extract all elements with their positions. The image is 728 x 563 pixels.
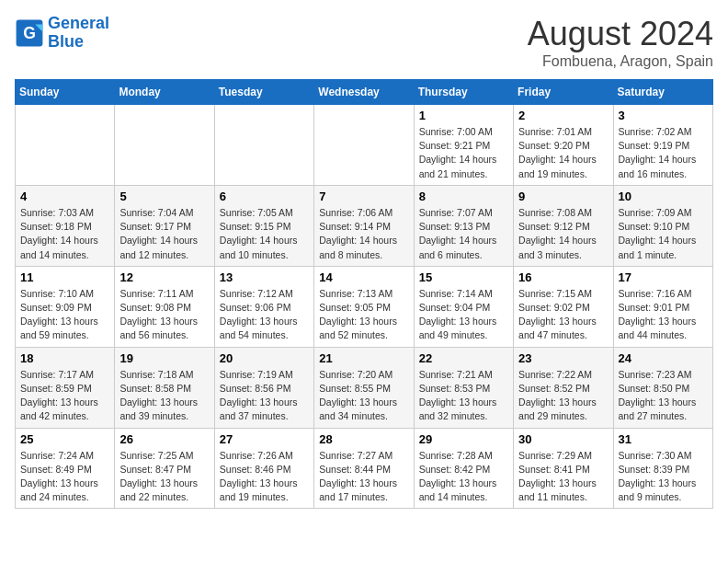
day-info: Sunrise: 7:30 AMSunset: 8:39 PMDaylight:…	[619, 449, 708, 505]
day-number: 19	[119, 351, 209, 365]
day-number: 14	[319, 270, 408, 284]
calendar-cell: 2Sunrise: 7:01 AMSunset: 9:20 PMDaylight…	[514, 105, 613, 186]
day-info: Sunrise: 7:00 AMSunset: 9:21 PMDaylight:…	[419, 125, 508, 181]
day-info: Sunrise: 7:03 AMSunset: 9:18 PMDaylight:…	[20, 206, 109, 262]
calendar-cell: 9Sunrise: 7:08 AMSunset: 9:12 PMDaylight…	[514, 185, 613, 266]
day-number: 21	[319, 351, 408, 365]
day-number: 23	[518, 351, 608, 365]
day-number: 9	[518, 190, 608, 203]
day-info: Sunrise: 7:11 AMSunset: 9:08 PMDaylight:…	[119, 287, 209, 343]
calendar-cell: 12Sunrise: 7:11 AMSunset: 9:08 PMDayligh…	[115, 266, 214, 347]
day-number: 11	[20, 270, 109, 284]
calendar-cell: 6Sunrise: 7:05 AMSunset: 9:15 PMDaylight…	[214, 185, 313, 266]
day-number: 25	[20, 432, 109, 446]
day-number: 6	[220, 190, 309, 203]
day-info: Sunrise: 7:05 AMSunset: 9:15 PMDaylight:…	[220, 206, 309, 262]
day-number: 5	[119, 190, 209, 203]
day-info: Sunrise: 7:12 AMSunset: 9:06 PMDaylight:…	[220, 287, 309, 343]
day-number: 7	[319, 190, 408, 203]
day-info: Sunrise: 7:29 AMSunset: 8:41 PMDaylight:…	[518, 449, 608, 505]
calendar-cell: 21Sunrise: 7:20 AMSunset: 8:55 PMDayligh…	[314, 347, 414, 428]
calendar-cell: 1Sunrise: 7:00 AMSunset: 9:21 PMDaylight…	[414, 105, 513, 186]
calendar-cell: 11Sunrise: 7:10 AMSunset: 9:09 PMDayligh…	[16, 266, 115, 347]
day-number: 16	[518, 270, 608, 284]
header-day-saturday: Saturday	[613, 80, 712, 105]
day-info: Sunrise: 7:14 AMSunset: 9:04 PMDaylight:…	[419, 287, 508, 343]
calendar-cell: 29Sunrise: 7:28 AMSunset: 8:42 PMDayligh…	[414, 428, 513, 509]
header-day-friday: Friday	[514, 80, 613, 105]
header-day-sunday: Sunday	[16, 80, 115, 105]
calendar-cell: 8Sunrise: 7:07 AMSunset: 9:13 PMDaylight…	[414, 185, 513, 266]
day-number: 22	[419, 351, 508, 365]
day-number: 20	[220, 351, 309, 365]
calendar-header: SundayMondayTuesdayWednesdayThursdayFrid…	[16, 80, 713, 105]
day-info: Sunrise: 7:16 AMSunset: 9:01 PMDaylight:…	[619, 287, 708, 343]
day-number: 17	[619, 270, 708, 284]
header-day-tuesday: Tuesday	[214, 80, 313, 105]
calendar-cell	[314, 105, 414, 186]
calendar-cell: 30Sunrise: 7:29 AMSunset: 8:41 PMDayligh…	[514, 428, 613, 509]
day-info: Sunrise: 7:27 AMSunset: 8:44 PMDaylight:…	[319, 449, 408, 505]
day-info: Sunrise: 7:04 AMSunset: 9:17 PMDaylight:…	[119, 206, 209, 262]
title-block: August 2024 Fombuena, Aragon, Spain	[528, 15, 713, 70]
day-number: 26	[119, 432, 209, 446]
day-number: 30	[518, 432, 608, 446]
day-info: Sunrise: 7:09 AMSunset: 9:10 PMDaylight:…	[619, 206, 708, 262]
header-day-thursday: Thursday	[414, 80, 513, 105]
day-info: Sunrise: 7:22 AMSunset: 8:52 PMDaylight:…	[518, 368, 608, 424]
day-number: 2	[518, 109, 608, 122]
calendar-cell	[16, 105, 115, 186]
day-info: Sunrise: 7:02 AMSunset: 9:19 PMDaylight:…	[619, 125, 708, 181]
day-number: 24	[619, 351, 708, 365]
calendar-week-2: 4Sunrise: 7:03 AMSunset: 9:18 PMDaylight…	[16, 185, 713, 266]
calendar-cell: 17Sunrise: 7:16 AMSunset: 9:01 PMDayligh…	[613, 266, 712, 347]
day-info: Sunrise: 7:25 AMSunset: 8:47 PMDaylight:…	[119, 449, 209, 505]
calendar-cell	[115, 105, 214, 186]
calendar-cell: 18Sunrise: 7:17 AMSunset: 8:59 PMDayligh…	[16, 347, 115, 428]
day-number: 13	[220, 270, 309, 284]
day-number: 4	[20, 190, 109, 203]
logo: G General Blue	[15, 15, 109, 52]
calendar-cell: 25Sunrise: 7:24 AMSunset: 8:49 PMDayligh…	[16, 428, 115, 509]
header-day-monday: Monday	[115, 80, 214, 105]
calendar-cell: 24Sunrise: 7:23 AMSunset: 8:50 PMDayligh…	[613, 347, 712, 428]
calendar-week-5: 25Sunrise: 7:24 AMSunset: 8:49 PMDayligh…	[16, 428, 713, 509]
day-number: 10	[619, 190, 708, 203]
calendar-cell: 16Sunrise: 7:15 AMSunset: 9:02 PMDayligh…	[514, 266, 613, 347]
calendar-cell: 22Sunrise: 7:21 AMSunset: 8:53 PMDayligh…	[414, 347, 513, 428]
day-number: 12	[119, 270, 209, 284]
logo-icon: G	[15, 18, 44, 48]
page-title: August 2024	[528, 15, 713, 53]
calendar-cell: 31Sunrise: 7:30 AMSunset: 8:39 PMDayligh…	[613, 428, 712, 509]
day-info: Sunrise: 7:08 AMSunset: 9:12 PMDaylight:…	[518, 206, 608, 262]
calendar-week-4: 18Sunrise: 7:17 AMSunset: 8:59 PMDayligh…	[16, 347, 713, 428]
page-subtitle: Fombuena, Aragon, Spain	[528, 53, 713, 70]
day-info: Sunrise: 7:01 AMSunset: 9:20 PMDaylight:…	[518, 125, 608, 181]
day-number: 15	[419, 270, 508, 284]
day-number: 27	[220, 432, 309, 446]
day-info: Sunrise: 7:23 AMSunset: 8:50 PMDaylight:…	[619, 368, 708, 424]
day-number: 31	[619, 432, 708, 446]
day-number: 3	[619, 109, 708, 122]
calendar-table: SundayMondayTuesdayWednesdayThursdayFrid…	[15, 79, 713, 509]
day-info: Sunrise: 7:20 AMSunset: 8:55 PMDaylight:…	[319, 368, 408, 424]
calendar-cell: 20Sunrise: 7:19 AMSunset: 8:56 PMDayligh…	[214, 347, 313, 428]
day-info: Sunrise: 7:15 AMSunset: 9:02 PMDaylight:…	[518, 287, 608, 343]
day-number: 1	[419, 109, 508, 122]
logo-text: General Blue	[48, 15, 109, 52]
day-info: Sunrise: 7:24 AMSunset: 8:49 PMDaylight:…	[20, 449, 109, 505]
calendar-cell: 27Sunrise: 7:26 AMSunset: 8:46 PMDayligh…	[214, 428, 313, 509]
calendar-cell: 19Sunrise: 7:18 AMSunset: 8:58 PMDayligh…	[115, 347, 214, 428]
day-number: 29	[419, 432, 508, 446]
calendar-cell: 10Sunrise: 7:09 AMSunset: 9:10 PMDayligh…	[613, 185, 712, 266]
day-number: 18	[20, 351, 109, 365]
header-day-wednesday: Wednesday	[314, 80, 414, 105]
day-info: Sunrise: 7:13 AMSunset: 9:05 PMDaylight:…	[319, 287, 408, 343]
day-info: Sunrise: 7:26 AMSunset: 8:46 PMDaylight:…	[220, 449, 309, 505]
calendar-cell: 4Sunrise: 7:03 AMSunset: 9:18 PMDaylight…	[16, 185, 115, 266]
calendar-cell: 26Sunrise: 7:25 AMSunset: 8:47 PMDayligh…	[115, 428, 214, 509]
day-number: 8	[419, 190, 508, 203]
day-info: Sunrise: 7:28 AMSunset: 8:42 PMDaylight:…	[419, 449, 508, 505]
calendar-cell	[214, 105, 313, 186]
day-info: Sunrise: 7:19 AMSunset: 8:56 PMDaylight:…	[220, 368, 309, 424]
